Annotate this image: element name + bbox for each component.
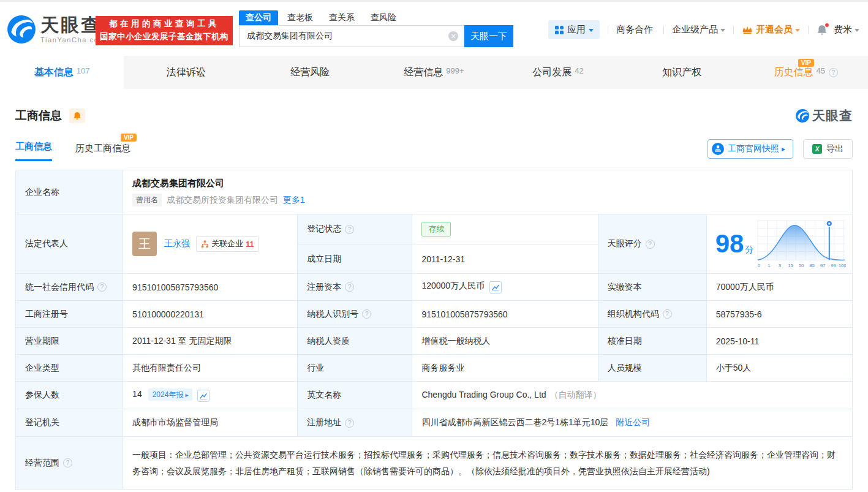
help-icon[interactable] — [663, 309, 672, 319]
field-label-cell: 纳税人资质 — [298, 328, 412, 355]
official-snapshot-button[interactable]: 工商官网快照 — [708, 139, 793, 159]
related-company-badge[interactable]: 关联企业 11 — [196, 236, 259, 252]
tab-company-development[interactable]: 公司发展 42 — [496, 56, 620, 89]
tab-basic-info[interactable]: 基本信息 107 — [0, 56, 124, 89]
table-row: 法定代表人 王 王永强 关联企业 — [16, 214, 853, 244]
search-area: 查公司 查老板 查关系 查风险 天眼一下 — [239, 10, 513, 47]
main-tab-bar: 基本信息 107 法律诉讼 经营风险 经营信息 999+ 公司发展 42 知识产… — [0, 56, 868, 89]
tab-count: 999+ — [446, 66, 464, 75]
field-label: 组织机构代码 — [608, 309, 659, 320]
subtab-business-info[interactable]: 工商信息 — [15, 141, 52, 161]
search-tab-boss[interactable]: 查老板 — [287, 10, 313, 25]
tab-count: 42 — [575, 66, 583, 75]
field-value: 70000万人民币 — [706, 274, 852, 301]
legal-rep-name-link[interactable]: 王永强 — [164, 238, 190, 249]
score-number: 98 — [715, 229, 744, 258]
tab-label: 历史信息 — [774, 66, 813, 79]
field-label: 注册地址 — [307, 417, 341, 428]
vip-upgrade[interactable]: 开通会员 — [742, 24, 800, 36]
subtab-history-business-info[interactable]: VIP 历史工商信息 — [75, 143, 130, 161]
field-label: 法定代表人 — [25, 238, 68, 248]
legal-rep-cell: 王 王永强 关联企业 11 — [123, 214, 298, 274]
field-label: 参保人数 — [25, 390, 59, 399]
company-name-cell: 成都交易集团有限公司 曾用名 成都交易所投资集团有限公司 更多1 — [123, 170, 853, 214]
tab-label: 公司发展 — [532, 66, 572, 79]
search-button[interactable]: 天眼一下 — [464, 25, 513, 47]
help-icon[interactable] — [97, 282, 107, 292]
tab-history-info[interactable]: VIP 历史信息 45 — [744, 56, 868, 89]
field-label-cell: 英文名称 — [298, 382, 412, 409]
slogan-line-1: 都在用的商业查询工具 — [109, 18, 219, 31]
annual-report-badge[interactable]: 2024年报 — [148, 388, 193, 401]
field-label-cell: 行业 — [298, 355, 412, 382]
user-menu[interactable]: 费米 — [834, 24, 859, 36]
field-value: 2011-12-31 至 无固定期限 — [123, 328, 298, 355]
help-icon[interactable] — [829, 68, 838, 77]
field-value: Chengdu Trading Group Co., Ltd — [421, 390, 546, 399]
tab-business-info[interactable]: 经营信息 999+ — [372, 56, 496, 89]
search-input[interactable] — [239, 25, 464, 47]
tab-count: 45 — [817, 66, 825, 75]
chevron-down-icon — [589, 29, 594, 34]
help-icon[interactable] — [345, 225, 354, 234]
tab-label: 经营风险 — [290, 66, 330, 79]
slogan-line-2: 国家中小企业发展子基金旗下机构 — [100, 31, 228, 44]
main-content: 工商信息 天眼查 工商信息 VIP — [0, 107, 868, 490]
score-unit: 分 — [745, 244, 753, 254]
section-header: 工商信息 天眼查 — [15, 107, 853, 124]
field-label: 人员规模 — [608, 363, 642, 373]
field-value: 510100000220131 — [123, 301, 298, 328]
field-value: 120000万人民币 — [421, 281, 485, 290]
score-cell: 98分 — [706, 214, 852, 274]
field-value-cell: Chengdu Trading Group Co., Ltd（自动翻译） — [412, 382, 853, 409]
field-label-cell: 人员规模 — [598, 355, 706, 382]
subscribe-bell-icon[interactable] — [69, 108, 85, 123]
field-label: 经营范围 — [25, 458, 59, 469]
field-value-cell: 一般项目：企业总部管理；公共资源交易平台运行技术服务；招投标代理服务；采购代理服… — [123, 437, 853, 490]
help-icon[interactable] — [63, 458, 72, 467]
field-label: 实缴资本 — [608, 282, 642, 292]
svg-text:50: 50 — [799, 263, 804, 268]
clear-icon[interactable] — [448, 31, 458, 41]
search-tab-relation[interactable]: 查关系 — [329, 10, 355, 25]
export-label: 导出 — [826, 143, 843, 154]
apps-menu[interactable]: 应用 — [548, 20, 600, 39]
field-value: 其他有限责任公司 — [123, 355, 298, 382]
subtab-row: 工商信息 VIP 历史工商信息 工商官网快照 导 — [15, 139, 853, 161]
help-icon[interactable] — [345, 282, 354, 292]
trend-chart-icon[interactable] — [197, 390, 209, 402]
field-label-cell: 工商注册号 — [16, 301, 123, 328]
logo[interactable]: 天眼查 TianYanCha.com — [6, 14, 105, 45]
username: 费米 — [834, 24, 852, 36]
search-tab-company[interactable]: 查公司 — [239, 10, 278, 25]
svg-text:1: 1 — [768, 263, 770, 268]
nav-cooperation[interactable]: 商务合作 — [616, 24, 655, 36]
nearby-company-link[interactable]: 附近公司 — [616, 417, 650, 427]
help-icon[interactable] — [345, 418, 354, 428]
tianyancha-logo-icon — [6, 14, 37, 45]
trend-chart-icon[interactable] — [489, 281, 502, 293]
tab-intellectual-property[interactable]: 知识产权 — [620, 56, 744, 89]
notification-bell[interactable] — [817, 25, 828, 36]
field-label: 工商注册号 — [25, 309, 68, 319]
tab-operating-risk[interactable]: 经营风险 — [248, 56, 372, 89]
help-icon[interactable] — [646, 240, 655, 249]
field-label: 核准日期 — [608, 336, 642, 346]
more-link[interactable]: 更多1 — [283, 195, 305, 206]
nav-enterprise-products[interactable]: 企业级产品 — [672, 24, 725, 36]
tab-legal[interactable]: 法律诉讼 — [124, 56, 247, 89]
svg-text:3: 3 — [779, 263, 781, 268]
business-info-table: 企业名称 成都交易集团有限公司 曾用名 成都交易所投资集团有限公司 更多1 法定… — [15, 170, 853, 490]
export-button[interactable]: 导出 — [803, 139, 853, 159]
field-value: 增值税一般纳税人 — [412, 328, 598, 355]
field-label: 纳税人识别号 — [307, 309, 358, 320]
field-value-cell: 120000万人民币 — [412, 274, 598, 301]
search-tab-risk[interactable]: 查风险 — [371, 10, 396, 25]
svg-text:99: 99 — [831, 263, 836, 268]
svg-text:100: 100 — [839, 263, 846, 268]
help-icon[interactable] — [362, 309, 371, 319]
field-value: 成都市市场监督管理局 — [123, 409, 298, 437]
score-distribution-chart: 0 1 3 15 50 85 97 99 100 — [757, 218, 846, 270]
page: 天眼查 TianYanCha.com 都在用的商业查询工具 国家中小企业发展子基… — [0, 0, 868, 492]
field-label: 行业 — [307, 363, 324, 373]
